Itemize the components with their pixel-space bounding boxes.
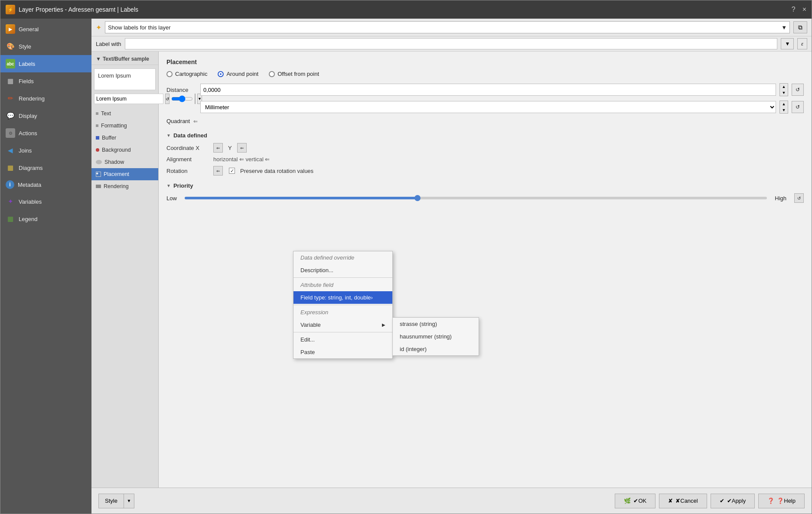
priority-thumb[interactable] — [414, 195, 421, 201]
ctx-label-data-defined-override: Data defined override — [300, 254, 354, 261]
style-button[interactable]: Style — [98, 494, 124, 508]
data-defined-header: ▼ Data defined — [166, 132, 804, 139]
quadrant-row: Quadrant ⇐ — [166, 118, 804, 124]
coordinate-y-label: Y — [228, 145, 232, 151]
labels-menu-item-text[interactable]: Text — [91, 107, 158, 120]
coordinate-y-btn[interactable]: ⇐ — [237, 143, 247, 153]
sidebar-item-fields[interactable]: ▦ Fields — [0, 72, 91, 90]
help-icon: ❓ — [767, 498, 774, 504]
labels-menu-item-shadow[interactable]: Shadow — [91, 156, 158, 168]
bottom-bar: Style ▼ 🌿 ✔OK ✘ ✘Cancel ✔ ✔Apply — [91, 488, 812, 514]
sidebar-label-rendering: Rendering — [19, 95, 45, 102]
sidebar-item-legend[interactable]: ▦ Legend — [0, 210, 91, 228]
sidebar-item-variables[interactable]: ✦ Variables — [0, 193, 91, 210]
placement-section: Placement Cartographic Around point — [166, 59, 804, 124]
sidebar-item-display[interactable]: 💬 Display — [0, 107, 91, 124]
ctx-item-data-defined-override[interactable]: Data defined override — [293, 251, 392, 264]
unit-up-btn[interactable]: ▲ — [780, 101, 788, 107]
content-area: Placement Cartographic Around point — [159, 52, 812, 488]
ctx-item-attribute-field[interactable]: Attribute field — [293, 279, 392, 291]
label-with-expr-btn[interactable]: ε — [797, 38, 807, 49]
radio-offset-from-point[interactable]: Offset from point — [269, 71, 319, 77]
sidebar-item-labels[interactable]: abc Labels — [0, 55, 91, 72]
sidebar-item-style[interactable]: 🎨 Style — [0, 38, 91, 55]
distance-row: Distance ▲ ▼ ↺ — [166, 83, 804, 96]
labels-menu-item-rendering[interactable]: Rendering — [91, 180, 158, 192]
quadrant-label: Quadrant — [166, 118, 190, 124]
general-icon: ▶ — [6, 24, 15, 34]
quadrant-icon: ⇐ — [193, 118, 198, 124]
sidebar-item-diagrams[interactable]: ▦ Diagrams — [0, 159, 91, 176]
labels-menu-item-formatting[interactable]: Formatting — [91, 120, 158, 132]
sample-text-input[interactable] — [94, 94, 163, 104]
unit-reset-btn[interactable]: ↺ — [792, 101, 804, 113]
distance-down-btn[interactable]: ▼ — [780, 90, 788, 96]
ctx-item-field-type[interactable]: Field type: string, int, double› strasse… — [293, 291, 392, 304]
distance-up-btn[interactable]: ▲ — [780, 84, 788, 90]
ctx-item-paste[interactable]: Paste — [293, 346, 392, 358]
show-labels-dropdown[interactable]: Show labels for this layer ▼ — [105, 21, 790, 33]
ctx-label-field-type: Field type: string, int, double› — [300, 294, 373, 301]
show-labels-value: Show labels for this layer — [108, 24, 171, 31]
unit-down-btn[interactable]: ▼ — [780, 107, 788, 113]
submenu-item-hausnummer[interactable]: hausnummer (string) — [393, 330, 479, 343]
titlebar-left: ⚡ Layer Properties - Adressen gesamt | L… — [6, 5, 138, 14]
sidebar-item-rendering[interactable]: ✏ Rendering — [0, 90, 91, 107]
sidebar-item-metadata[interactable]: i Metadata — [0, 176, 91, 193]
buffer-dot — [96, 136, 99, 140]
ctx-label-expression: Expression — [300, 309, 328, 316]
radio-cartographic[interactable]: Cartographic — [166, 71, 207, 77]
ok-button[interactable]: 🌿 ✔OK — [615, 494, 655, 508]
action-buttons: 🌿 ✔OK ✘ ✘Cancel ✔ ✔Apply ❓ ❓Help — [615, 494, 805, 508]
label-with-dropdown-btn[interactable]: ▼ — [781, 38, 794, 49]
labels-menu-item-background[interactable]: Background — [91, 144, 158, 156]
coordinate-x-btn[interactable]: ⇐ — [213, 143, 223, 153]
priority-reset-btn[interactable]: ↺ — [794, 193, 804, 203]
cancel-button[interactable]: ✘ ✘Cancel — [659, 494, 707, 508]
radio-around-point[interactable]: Around point — [218, 71, 258, 77]
labels-menu-label-text: Text — [101, 111, 111, 117]
cancel-label: ✘Cancel — [675, 498, 698, 504]
preserve-checkbox[interactable] — [229, 168, 235, 174]
close-button[interactable]: × — [802, 6, 806, 13]
submenu-label-hausnummer: hausnummer (string) — [400, 333, 452, 340]
style-arrow-button[interactable]: ▼ — [124, 494, 134, 508]
ctx-item-expression[interactable]: Expression — [293, 306, 392, 319]
unit-dropdown[interactable]: Millimeter — [200, 101, 776, 113]
submenu-item-id[interactable]: id (integer) — [393, 343, 479, 355]
help-button-bottom[interactable]: ❓ ❓Help — [758, 494, 805, 508]
help-label: ❓Help — [777, 498, 796, 504]
apply-button[interactable]: ✔ ✔Apply — [711, 494, 755, 508]
labels-menu-item-placement[interactable]: ✦ Placement — [91, 168, 158, 180]
ctx-item-description[interactable]: Description... — [293, 264, 392, 277]
distance-spinner[interactable]: ▲ ▼ — [779, 83, 788, 96]
apply-label: ✔Apply — [727, 498, 746, 504]
help-button[interactable]: ? — [792, 6, 796, 13]
main-window: ⚡ Layer Properties - Adressen gesamt | L… — [0, 0, 812, 514]
shadow-dot — [96, 160, 102, 164]
ctx-item-variable[interactable]: Variable ▶ — [293, 319, 392, 331]
label-with-row: Label with ▼ ε — [91, 36, 812, 52]
priority-slider-fill — [185, 197, 417, 199]
distance-reset-btn[interactable]: ↺ — [792, 84, 804, 96]
sidebar-item-general[interactable]: ▶ General — [0, 20, 91, 38]
submenu-item-strasse[interactable]: strasse (string) — [393, 318, 479, 330]
distance-input[interactable] — [200, 84, 776, 96]
sidebar-item-joins[interactable]: ◀ Joins — [0, 142, 91, 159]
unit-spinner[interactable]: ▲ ▼ — [779, 101, 788, 114]
variables-icon: ✦ — [6, 197, 15, 206]
labels-menu-label-placement: Placement — [104, 171, 129, 177]
priority-title: Priority — [173, 182, 193, 189]
rotation-btn[interactable]: ⇐ — [213, 166, 223, 176]
context-menu: Data defined override Description... Att… — [293, 251, 393, 359]
labels-menu-item-buffer[interactable]: Buffer — [91, 132, 158, 144]
show-labels-extra-btn[interactable]: ⧉ — [793, 21, 807, 33]
legend-icon: ▦ — [6, 214, 15, 224]
radio-label-cartographic: Cartographic — [175, 71, 207, 77]
ctx-label-paste: Paste — [300, 349, 315, 355]
sidebar-item-actions[interactable]: ⚙ Actions — [0, 124, 91, 142]
ctx-separator-1 — [293, 277, 392, 278]
ctx-item-edit[interactable]: Edit... — [293, 333, 392, 346]
label-with-input[interactable] — [125, 38, 778, 49]
rendering-icon: ✏ — [6, 94, 15, 103]
